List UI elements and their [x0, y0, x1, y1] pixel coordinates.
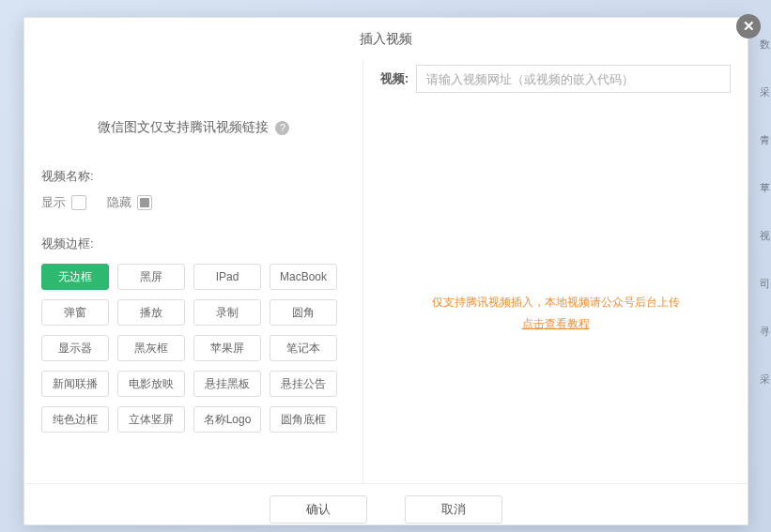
- side-tab[interactable]: 采: [758, 85, 771, 99]
- left-panel: 微信图文仅支持腾讯视频链接 ? 视频名称: 显示 隐藏 视频边框:: [24, 59, 362, 483]
- border-option[interactable]: IPad: [193, 264, 261, 290]
- checkbox-icon: [71, 195, 86, 210]
- close-icon: ✕: [743, 18, 755, 35]
- confirm-button[interactable]: 确认: [270, 495, 367, 524]
- border-option[interactable]: 纯色边框: [41, 406, 109, 433]
- right-panel: 视频: 仅支持腾讯视频插入，本地视频请公众号后台上传 点击查看教程: [362, 59, 748, 483]
- video-border-label: 视频边框:: [41, 236, 346, 252]
- border-option[interactable]: 圆角: [270, 299, 337, 326]
- side-tab[interactable]: 司: [758, 277, 771, 291]
- border-option[interactable]: 名称Logo: [193, 406, 261, 433]
- side-tab[interactable]: 数: [758, 38, 771, 52]
- side-tab[interactable]: 寻: [758, 325, 771, 339]
- support-message: 仅支持腾讯视频插入，本地视频请公众号后台上传 点击查看教程: [380, 292, 731, 335]
- wechat-support-tip: 微信图文仅支持腾讯视频链接 ?: [41, 119, 346, 136]
- side-tab[interactable]: 采: [758, 372, 771, 387]
- border-option[interactable]: 悬挂公告: [270, 371, 337, 397]
- video-name-label: 视频名称:: [41, 168, 346, 185]
- border-option[interactable]: 无边框: [41, 264, 109, 290]
- side-tab[interactable]: 视: [758, 229, 771, 243]
- border-option[interactable]: MacBook: [270, 264, 337, 290]
- border-option[interactable]: 显示器: [41, 335, 109, 361]
- border-option[interactable]: 立体竖屏: [117, 406, 185, 433]
- video-url-input[interactable]: [416, 65, 731, 93]
- checkbox-icon: [137, 195, 152, 210]
- video-border-section: 视频边框: 无边框黑屏IPadMacBook弹窗播放录制圆角显示器黑灰框苹果屏笔…: [41, 236, 346, 433]
- border-option[interactable]: 黑屏: [117, 264, 185, 290]
- border-option[interactable]: 苹果屏: [193, 335, 261, 361]
- border-option[interactable]: 播放: [117, 299, 185, 326]
- border-option[interactable]: 新闻联播: [41, 371, 109, 397]
- border-option[interactable]: 电影放映: [117, 371, 185, 397]
- show-name-toggle[interactable]: 显示: [41, 194, 86, 211]
- border-option[interactable]: 录制: [193, 299, 261, 326]
- border-option[interactable]: 悬挂黑板: [193, 371, 261, 397]
- side-tabs: 数采青草视司寻采: [758, 38, 771, 387]
- modal-title: 插入视频: [24, 18, 748, 59]
- border-option[interactable]: 黑灰框: [117, 335, 185, 361]
- cancel-button[interactable]: 取消: [405, 495, 502, 524]
- tutorial-link[interactable]: 点击查看教程: [522, 317, 590, 330]
- video-name-section: 视频名称: 显示 隐藏: [41, 168, 346, 211]
- close-button[interactable]: ✕: [736, 14, 761, 38]
- border-grid: 无边框黑屏IPadMacBook弹窗播放录制圆角显示器黑灰框苹果屏笔记本新闻联播…: [41, 264, 346, 433]
- side-tab[interactable]: 草: [758, 181, 771, 195]
- insert-video-modal: ✕ 插入视频 微信图文仅支持腾讯视频链接 ? 视频名称: 显示 隐藏: [23, 17, 748, 525]
- side-tab[interactable]: 青: [758, 133, 771, 147]
- border-option[interactable]: 笔记本: [270, 335, 337, 361]
- video-url-label: 视频:: [380, 70, 409, 87]
- border-option[interactable]: 圆角底框: [270, 406, 337, 433]
- hide-name-toggle[interactable]: 隐藏: [107, 194, 152, 211]
- help-icon[interactable]: ?: [275, 121, 289, 135]
- border-option[interactable]: 弹窗: [41, 299, 109, 326]
- modal-footer: 确认 取消: [24, 483, 748, 532]
